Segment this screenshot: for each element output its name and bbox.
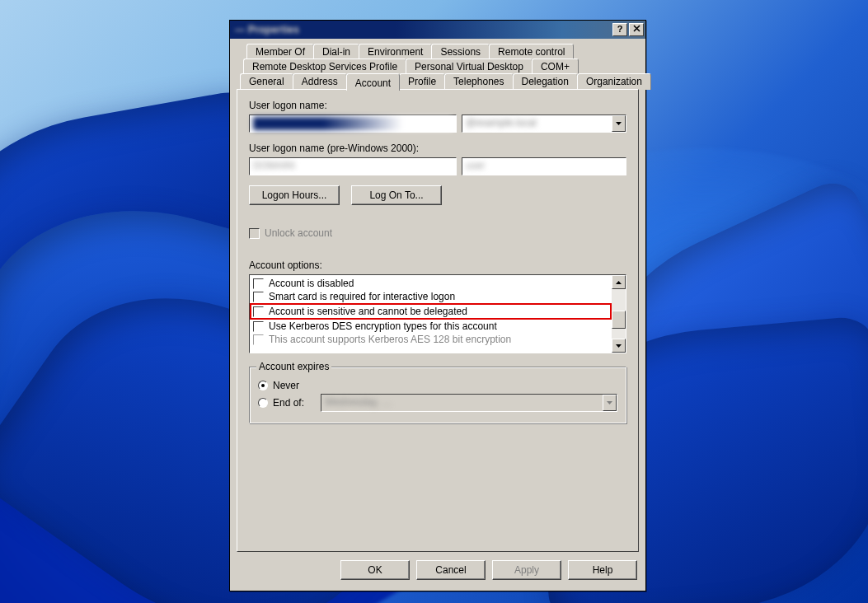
- tab-telephones[interactable]: Telephones: [444, 73, 513, 90]
- account-options-list: Account is disabled Smart card is requir…: [249, 274, 626, 353]
- chevron-down-icon[interactable]: [612, 115, 626, 132]
- scroll-thumb[interactable]: [612, 311, 626, 329]
- radio-end-of-label: End of:: [273, 397, 316, 409]
- radio-end-of[interactable]: [258, 398, 268, 408]
- account-expires-group: Account expires Never End of: Wednesday,…: [249, 367, 626, 423]
- cancel-button[interactable]: Cancel: [416, 560, 486, 580]
- tab-environment[interactable]: Environment: [359, 44, 432, 59]
- tab-pvd[interactable]: Personal Virtual Desktop: [406, 58, 533, 74]
- unlock-account-label: Unlock account: [265, 227, 332, 239]
- end-of-date-picker: Wednesday, …: [321, 394, 617, 412]
- radio-never-label: Never: [273, 380, 299, 391]
- tab-dial-in[interactable]: Dial-in: [313, 44, 359, 59]
- tab-sessions[interactable]: Sessions: [431, 44, 490, 59]
- opt-smartcard-required[interactable]: Smart card is required for interactive l…: [251, 290, 610, 303]
- tab-organization[interactable]: Organization: [577, 73, 651, 90]
- account-options-label: Account options:: [249, 259, 626, 271]
- properties-dialog: — Properties ? Member Of Dial-in Environ…: [229, 20, 646, 591]
- tab-member-of[interactable]: Member Of: [246, 44, 314, 59]
- close-icon: [633, 25, 640, 32]
- checkbox-icon[interactable]: [253, 334, 264, 345]
- opt-sensitive-no-delegation[interactable]: Account is sensitive and cannot be deleg…: [251, 305, 610, 318]
- tab-rds-profile[interactable]: Remote Desktop Services Profile: [243, 58, 406, 74]
- tab-remote-control[interactable]: Remote control: [489, 44, 574, 59]
- tab-body-account: User logon name: @example.local User log…: [237, 89, 639, 552]
- tab-account[interactable]: Account: [346, 73, 400, 91]
- radio-never[interactable]: [258, 381, 268, 390]
- titlebar[interactable]: — Properties ?: [230, 21, 645, 39]
- chevron-down-icon: [616, 344, 622, 348]
- upn-suffix-combo[interactable]: @example.local: [462, 115, 626, 133]
- account-expires-caption: Account expires: [256, 361, 331, 372]
- tab-delegation[interactable]: Delegation: [513, 73, 578, 90]
- pre2000-domain-input[interactable]: DOMAIN\: [249, 157, 457, 175]
- window-title: — Properties: [232, 24, 611, 35]
- checkbox-icon[interactable]: [253, 321, 264, 332]
- tab-address[interactable]: Address: [293, 73, 347, 90]
- checkbox-icon[interactable]: [253, 292, 264, 302]
- help-titlebar-button[interactable]: ?: [612, 23, 627, 36]
- scroll-up-button[interactable]: [612, 275, 626, 289]
- tab-general[interactable]: General: [240, 73, 293, 90]
- pre2000-label: User logon name (pre-Windows 2000):: [249, 143, 626, 154]
- tab-com-plus[interactable]: COM+: [532, 58, 579, 74]
- options-scrollbar[interactable]: [612, 275, 626, 353]
- opt-account-disabled[interactable]: Account is disabled: [251, 277, 610, 290]
- close-titlebar-button[interactable]: [629, 23, 644, 36]
- logon-name-input[interactable]: [249, 115, 457, 133]
- scroll-down-button[interactable]: [612, 339, 626, 353]
- opt-des-encryption[interactable]: Use Kerberos DES encryption types for th…: [251, 320, 610, 333]
- tabstrip: Member Of Dial-in Environment Sessions R…: [237, 44, 639, 552]
- tab-profile[interactable]: Profile: [399, 73, 445, 90]
- checkbox-icon[interactable]: [253, 306, 264, 317]
- pre2000-user-input[interactable]: user: [462, 157, 626, 175]
- logon-name-label: User logon name:: [249, 100, 626, 111]
- scroll-track[interactable]: [612, 289, 626, 339]
- apply-button[interactable]: Apply: [492, 560, 561, 580]
- chevron-down-icon: [603, 395, 617, 411]
- unlock-account-checkbox: [249, 228, 260, 239]
- logon-hours-button[interactable]: Logon Hours...: [249, 185, 340, 205]
- log-on-to-button[interactable]: Log On To...: [351, 185, 442, 205]
- opt-aes128[interactable]: This account supports Kerberos AES 128 b…: [251, 333, 610, 346]
- chevron-up-icon: [616, 281, 622, 284]
- help-button[interactable]: Help: [568, 560, 637, 580]
- checkbox-icon[interactable]: [253, 278, 264, 289]
- ok-button[interactable]: OK: [340, 560, 410, 580]
